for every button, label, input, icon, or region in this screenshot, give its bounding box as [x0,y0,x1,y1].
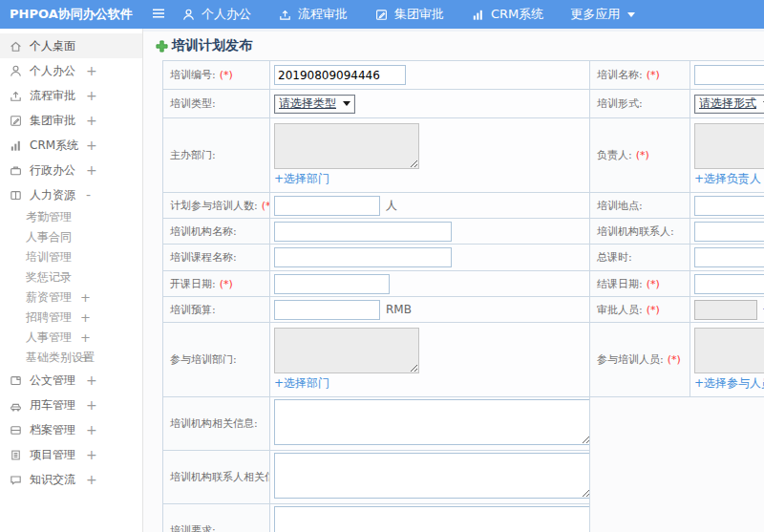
org-info-textarea[interactable] [274,399,590,445]
field-label: 培训预算: [170,304,216,316]
sidebar-subitem-label: 奖惩记录 [26,269,72,286]
total-hours-input[interactable] [694,247,764,267]
field-label: 培训类型: [170,97,216,110]
nav-workflow-approval[interactable]: 流程审批 [278,6,348,23]
edit-icon [374,8,389,22]
sidebar-subitem-training[interactable]: 培训管理 [0,247,142,267]
training-no-input[interactable] [274,65,406,85]
sidebar-item-label: 流程审批 [30,88,75,104]
training-type-select[interactable]: 请选择类型 [274,95,355,114]
sidebar-item-vehicle[interactable]: 用车管理 + [0,393,142,417]
caret-down-icon [627,12,635,17]
form-row: 培训类型: 请选择类型 培训形式: 请选择形式 [163,90,764,118]
field-label: 培训机构联系人: [597,225,674,238]
sidebar-item-crm-system[interactable]: CRM系统 + [0,133,142,158]
org-contact-info-textarea[interactable] [274,453,590,499]
select-department-link[interactable]: +选择部门 [274,375,329,392]
sidebar-item-label: 项目管理 [30,447,75,463]
sidebar-subitem-label: 培训管理 [26,249,72,266]
nav-more-apps[interactable]: 更多应用 [570,6,635,23]
sidebar-subitem-hr-contract[interactable]: 人事合同 [0,227,142,247]
sidebar-item-projects[interactable]: 项目管理 + [0,442,142,467]
sidebar-item-knowledge[interactable]: 知识交流 + [0,467,142,492]
sidebar-item-human-resources[interactable]: 人力资源 - [0,182,142,207]
org-name-input[interactable] [274,222,452,242]
selected-option: 请选择类型 [279,96,336,112]
menu-toggle-button[interactable] [151,6,166,24]
location-input[interactable] [694,196,764,216]
expand-plus-icon[interactable]: + [80,287,91,308]
select-participants-link[interactable]: +选择参与人员 [694,375,764,392]
host-dept-box[interactable] [274,123,419,169]
page-title-bar: 培训计划发布 [143,32,764,60]
expand-plus-icon[interactable]: + [86,133,97,158]
sidebar-item-label: 知识交流 [30,472,75,488]
expand-plus-icon[interactable]: + [80,328,91,348]
join-dept-box[interactable] [274,328,419,373]
expand-plus-icon[interactable]: + [86,158,97,182]
approver-box[interactable] [694,300,757,320]
required-marker: (*) [220,278,233,290]
collapse-minus-icon[interactable]: - [86,182,91,207]
nav-crm-system[interactable]: CRM系统 [471,6,543,23]
sidebar-item-personal-office[interactable]: 个人办公 + [0,58,142,83]
field-label: 培训课程名称: [170,251,237,264]
training-form-select[interactable]: 请选择形式 [694,95,764,114]
field-label: 负责人: [597,149,632,161]
sidebar-item-personal-desktop[interactable]: 个人桌面 [0,33,142,58]
expand-plus-icon[interactable]: + [80,308,91,328]
sidebar-subitem-rewards[interactable]: 奖惩记录 [0,267,142,287]
book-icon [8,187,23,202]
expand-plus-icon[interactable]: + [86,442,97,467]
expand-plus-icon[interactable]: + [86,467,97,492]
form-row: 培训编号:(*) 培训名称:(*) [163,61,764,90]
expand-plus-icon[interactable]: + [86,393,97,417]
expand-plus-icon[interactable]: + [80,348,91,368]
sidebar-item-workflow-approval[interactable]: 流程审批 + [0,83,142,108]
field-label: 参与培训部门: [170,353,237,366]
chart-icon [471,8,485,22]
planned-count-input[interactable] [274,196,380,216]
required-marker: (*) [647,304,660,316]
select-leader-link[interactable]: +选择负责人 [694,171,761,187]
nav-group-approval[interactable]: 集团审批 [374,6,444,23]
expand-plus-icon[interactable]: + [86,368,97,393]
leader-box[interactable] [694,123,764,169]
training-name-input[interactable] [694,65,764,85]
requirements-textarea[interactable] [274,506,590,532]
sidebar-item-admin-office[interactable]: 行政办公 + [0,158,142,182]
sidebar-subitem-base-category[interactable]: 基础类别设置 + [0,348,142,368]
sidebar-item-archives[interactable]: 档案管理 + [0,417,142,442]
page-title: 培训计划发布 [172,37,252,54]
budget-input[interactable] [274,300,380,320]
sidebar-item-label: CRM系统 [30,138,78,154]
select-department-link[interactable]: +选择部门 [274,171,329,187]
start-date-input[interactable] [274,274,390,294]
join-people-box[interactable] [694,328,764,373]
sidebar-subitem-attendance[interactable]: 考勤管理 [0,207,142,227]
expand-plus-icon[interactable]: + [86,58,97,83]
sidebar-item-label: 行政办公 [30,162,75,179]
sidebar-subitem-label: 人事合同 [26,229,72,245]
expand-plus-icon[interactable]: + [86,108,97,133]
sidebar-item-group-approval[interactable]: 集团审批 + [0,108,142,133]
required-marker: (*) [636,149,649,161]
sidebar: 个人桌面 个人办公 + 流程审批 + 集团审批 + CRM系统 + 行政办公 + [0,29,143,532]
sidebar-subitem-label: 考勤管理 [26,209,72,225]
course-name-input[interactable] [274,247,452,267]
end-date-input[interactable] [694,274,764,294]
chat-icon [8,472,23,487]
sidebar-subitem-recruitment[interactable]: 招聘管理 + [0,308,142,328]
sidebar-item-label: 集团审批 [30,113,75,129]
org-contact-input[interactable] [694,222,764,242]
sidebar-subitem-salary[interactable]: 薪资管理 + [0,287,142,308]
home-icon [8,38,23,53]
training-form-table: 培训编号:(*) 培训名称:(*) 培训类型: 请选择类型 培训形式: 请选择形… [162,60,764,397]
add-icon [156,40,168,53]
sidebar-subitem-personnel[interactable]: 人事管理 + [0,328,142,348]
expand-plus-icon[interactable]: + [86,417,97,442]
field-label: 参与培训人员: [597,353,664,366]
sidebar-item-official-docs[interactable]: 公文管理 + [0,368,142,393]
expand-plus-icon[interactable]: + [86,83,97,108]
nav-personal-office[interactable]: 个人办公 [181,6,251,23]
